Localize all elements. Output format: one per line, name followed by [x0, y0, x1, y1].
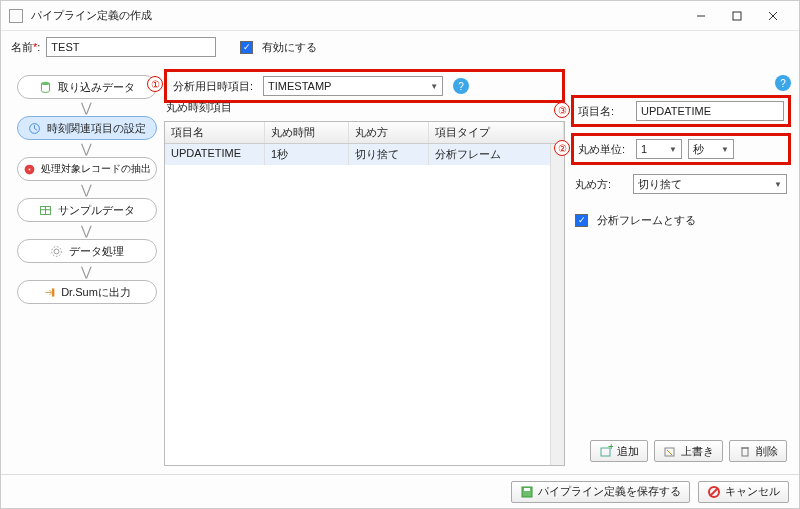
- svg-line-22: [710, 488, 718, 496]
- item-name-label: 項目名:: [578, 104, 630, 119]
- filter-icon: [22, 162, 36, 176]
- cancel-button[interactable]: キャンセル: [698, 481, 789, 503]
- grid-icon: [39, 203, 53, 217]
- chevron-down-icon: ▼: [774, 180, 782, 189]
- scrollbar[interactable]: [550, 144, 564, 465]
- item-name-box: ③ 項目名:: [571, 95, 791, 127]
- chevron-down-icon: ⋁: [81, 265, 92, 278]
- minimize-button[interactable]: [683, 4, 719, 28]
- step-label: サンプルデータ: [58, 203, 135, 218]
- round-unit-label: 丸め単位:: [578, 142, 630, 157]
- col-name[interactable]: 項目名: [165, 122, 265, 143]
- plus-icon: +: [599, 444, 613, 458]
- app-icon: [9, 9, 23, 23]
- step-label: 取り込みデータ: [58, 80, 135, 95]
- enable-checkbox[interactable]: ✓: [240, 41, 253, 54]
- round-unit-box: ② 丸め単位: 1▼ 秒▼: [571, 133, 791, 165]
- export-icon: [42, 285, 56, 299]
- maximize-button[interactable]: [719, 4, 755, 28]
- help-icon[interactable]: ?: [775, 75, 791, 91]
- table-row[interactable]: UPDATETIME 1秒 切り捨て 分析フレーム: [165, 144, 564, 165]
- step-label: 時刻関連項目の設定: [47, 121, 146, 136]
- chevron-down-icon: ⋁: [81, 101, 92, 114]
- database-icon: [39, 80, 53, 94]
- table-header: 項目名 丸め時間 丸め方 項目タイプ: [165, 122, 564, 144]
- help-icon[interactable]: ?: [453, 78, 469, 94]
- save-icon: [520, 485, 534, 499]
- item-name-input[interactable]: [636, 101, 784, 121]
- col-method[interactable]: 丸め方: [349, 122, 429, 143]
- window-title: パイプライン定義の作成: [31, 8, 152, 23]
- gear-icon: [50, 244, 64, 258]
- trash-icon: [738, 444, 752, 458]
- analysis-select[interactable]: TIMESTAMP ▼: [263, 76, 443, 96]
- close-button[interactable]: [755, 4, 791, 28]
- annotation-2: ②: [554, 140, 570, 156]
- chevron-down-icon: ⋁: [81, 142, 92, 155]
- svg-rect-20: [524, 488, 530, 491]
- title-bar: パイプライン定義の作成: [1, 1, 799, 31]
- edit-icon: [663, 444, 677, 458]
- round-method-label: 丸め方:: [575, 177, 627, 192]
- step-filter[interactable]: 処理対象レコードの抽出: [17, 157, 157, 181]
- chevron-down-icon: ▼: [721, 145, 729, 154]
- step-label: Dr.Sumに出力: [61, 285, 131, 300]
- analysis-label: 分析用日時項目:: [173, 79, 253, 94]
- footer: パイプライン定義を保存する キャンセル: [1, 474, 799, 508]
- chevron-down-icon: ⋁: [81, 224, 92, 237]
- enable-label: 有効にする: [262, 40, 317, 55]
- clock-icon: [28, 121, 42, 135]
- frame-label: 分析フレームとする: [597, 213, 696, 228]
- col-type[interactable]: 項目タイプ: [429, 122, 564, 143]
- annotation-1: ①: [147, 76, 163, 92]
- step-label: 処理対象レコードの抽出: [41, 162, 151, 176]
- col-round[interactable]: 丸め時間: [265, 122, 349, 143]
- svg-rect-13: [52, 288, 54, 296]
- analysis-value: TIMESTAMP: [268, 80, 331, 92]
- svg-point-4: [41, 81, 49, 84]
- step-label: データ処理: [69, 244, 124, 259]
- chevron-down-icon: ▼: [669, 145, 677, 154]
- name-input[interactable]: [46, 37, 216, 57]
- section-label: 丸め時刻項目: [164, 100, 565, 118]
- form-top-row: 名前*: ✓ 有効にする: [1, 31, 799, 63]
- detail-panel: ? ③ 項目名: ② 丸め単位: 1▼ 秒▼ 丸め方: 切り捨て▼: [571, 69, 791, 466]
- detail-buttons: +追加 上書き 削除: [571, 436, 791, 466]
- add-button[interactable]: +追加: [590, 440, 648, 462]
- svg-point-12: [52, 246, 62, 256]
- chevron-down-icon: ⋁: [81, 183, 92, 196]
- analysis-datetime-box: ① 分析用日時項目: TIMESTAMP ▼ ?: [164, 69, 565, 103]
- round-unit-select[interactable]: 秒▼: [688, 139, 734, 159]
- annotation-3: ③: [554, 102, 570, 118]
- chevron-down-icon: ▼: [430, 82, 438, 91]
- round-method-select[interactable]: 切り捨て▼: [633, 174, 787, 194]
- svg-rect-7: [28, 168, 30, 170]
- svg-rect-17: [742, 448, 748, 456]
- frame-checkbox[interactable]: ✓: [575, 214, 588, 227]
- overwrite-button[interactable]: 上書き: [654, 440, 723, 462]
- wizard-sidebar: 取り込みデータ ⋁ 時刻関連項目の設定 ⋁ 処理対象レコードの抽出 ⋁ サンプル…: [9, 69, 164, 466]
- step-import[interactable]: 取り込みデータ: [17, 75, 157, 99]
- step-time[interactable]: 時刻関連項目の設定: [17, 116, 157, 140]
- svg-text:+: +: [608, 444, 613, 452]
- svg-rect-1: [733, 12, 741, 20]
- name-label: 名前*:: [11, 40, 40, 55]
- delete-button[interactable]: 削除: [729, 440, 787, 462]
- round-num-select[interactable]: 1▼: [636, 139, 682, 159]
- cancel-icon: [707, 485, 721, 499]
- step-process[interactable]: データ処理: [17, 239, 157, 263]
- save-button[interactable]: パイプライン定義を保存する: [511, 481, 690, 503]
- step-output[interactable]: Dr.Sumに出力: [17, 280, 157, 304]
- step-sample[interactable]: サンプルデータ: [17, 198, 157, 222]
- svg-point-11: [54, 249, 59, 254]
- round-table: 項目名 丸め時間 丸め方 項目タイプ UPDATETIME 1秒 切り捨て 分析…: [164, 121, 565, 466]
